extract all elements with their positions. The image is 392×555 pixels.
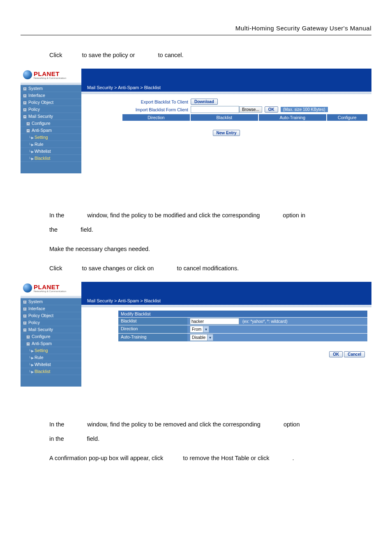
brand-logo: PLANET Networking & Communication — [21, 69, 81, 83]
nav-anti-spam[interactable]: Anti-Spam — [21, 127, 81, 134]
step8-a: Click — [49, 52, 62, 58]
brand-tagline-2: Networking & Communication — [34, 290, 66, 292]
row-autotrain-label: Auto-Training — [118, 334, 187, 341]
brand-tagline: Networking & Communication — [34, 77, 66, 79]
remove-step1-cont: in the field. — [49, 433, 363, 445]
sidebar-nav-2: System Interface Policy Object Policy Ma… — [21, 298, 81, 387]
screenshot-blacklist-list: PLANET Networking & Communication System… — [21, 69, 371, 173]
nav-whitelist[interactable]: Whitelist — [21, 148, 81, 155]
row-direction-label: Direction — [118, 325, 187, 333]
screenshot-modify-blacklist: PLANET Networking & Communication System… — [21, 282, 371, 387]
nav-blacklist[interactable]: Blacklist — [21, 155, 81, 162]
blacklist-hint: (ex: *yahoo*, *: wildcard) — [242, 319, 288, 324]
file-input[interactable]: Browse... — [191, 106, 262, 113]
step8-c: to cancel. — [158, 52, 184, 58]
chevron-down-icon: ▾ — [203, 326, 209, 332]
nav-mail-security[interactable]: Mail Security — [21, 113, 81, 120]
export-label: Export Blacklist To Client — [122, 99, 188, 104]
breadcrumb-2: Mail Security > Anti-Spam > Blacklist — [81, 282, 371, 305]
th-direction: Direction — [122, 114, 190, 121]
brand-logo-2: PLANET Networking & Communication — [21, 282, 81, 296]
brand-name: PLANET — [34, 71, 66, 77]
nav-policy[interactable]: Policy — [21, 106, 81, 113]
breadcrumb: Mail Security > Anti-Spam > Blacklist — [81, 69, 371, 92]
th-autotraining: Auto-Training — [259, 114, 326, 121]
header-divider — [21, 35, 371, 35]
nav2-configure[interactable]: Configure — [21, 333, 81, 340]
import-label: Import Blacklist Form Client — [122, 107, 188, 112]
modify-step1-cont: the field. — [49, 224, 363, 236]
nav-configure[interactable]: Configure — [21, 120, 81, 127]
nav2-blacklist[interactable]: Blacklist — [21, 368, 81, 375]
import-ok-button[interactable]: OK — [265, 106, 278, 113]
nav-interface[interactable]: Interface — [21, 92, 81, 99]
step8-text: Click to save the policy or to cancel. — [49, 49, 363, 61]
blacklist-table-header: Direction Blacklist Auto-Training Config… — [85, 114, 367, 121]
nav2-setting[interactable]: Setting — [21, 347, 81, 354]
remove-step2: A confirmation pop-up box will appear, c… — [49, 452, 363, 464]
modify-step2: Make the necessary changes needed. — [49, 243, 363, 255]
th-configure: Configure — [327, 114, 367, 121]
nav2-policy[interactable]: Policy — [21, 319, 81, 326]
download-button[interactable]: Download — [191, 99, 218, 105]
doc-title: Multi-Homing Security Gateway User's Man… — [21, 25, 371, 35]
cancel-button[interactable]: Cancel — [344, 351, 365, 357]
nav2-policy-object[interactable]: Policy Object — [21, 312, 81, 319]
nav2-whitelist[interactable]: Whitelist — [21, 361, 81, 368]
direction-select[interactable]: From ▾ — [190, 326, 209, 333]
nav2-mail-security[interactable]: Mail Security — [21, 326, 81, 333]
nav-setting[interactable]: Setting — [21, 134, 81, 141]
form-title: Modify Blacklist — [118, 311, 367, 317]
modify-step3: Click to save changes or click on to can… — [49, 263, 363, 274]
nav-rule[interactable]: Rule — [21, 141, 81, 148]
nav-system[interactable]: System — [21, 85, 81, 92]
th-blacklist: Blacklist — [191, 114, 258, 121]
step8-b: to save the policy or — [82, 52, 135, 58]
nav2-interface[interactable]: Interface — [21, 305, 81, 312]
row-blacklist-label: Blacklist — [118, 318, 187, 325]
chevron-down-icon: ▾ — [207, 334, 213, 341]
nav2-anti-spam[interactable]: Anti-Spam — [21, 340, 81, 347]
globe-icon — [23, 70, 32, 79]
autotrain-select[interactable]: Disable ▾ — [190, 334, 213, 341]
max-size-note: (Max. size 100 KBytes) — [281, 107, 328, 112]
brand-name-2: PLANET — [34, 284, 66, 290]
modify-step1: In the window, find the policy to be mod… — [49, 210, 363, 221]
sidebar-nav: System Interface Policy Object Policy Ma… — [21, 85, 81, 173]
remove-step1: In the window, find the policy to be rem… — [49, 419, 363, 431]
globe-icon — [23, 283, 32, 292]
new-entry-button[interactable]: New Entry — [213, 130, 240, 136]
ok-button[interactable]: OK — [329, 351, 343, 357]
blacklist-input[interactable] — [190, 318, 239, 325]
nav2-system[interactable]: System — [21, 298, 81, 305]
nav2-rule[interactable]: Rule — [21, 354, 81, 361]
nav-policy-object[interactable]: Policy Object — [21, 99, 81, 106]
browse-button[interactable]: Browse... — [239, 106, 262, 113]
